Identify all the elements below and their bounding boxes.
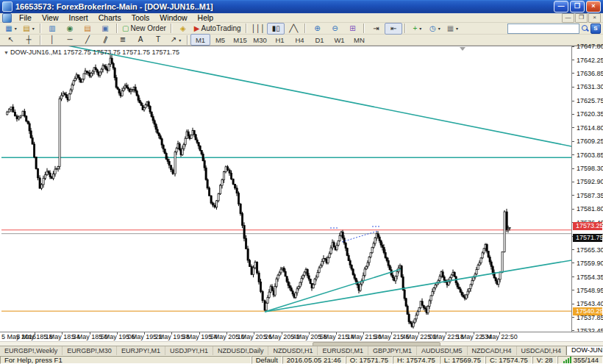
chart-window[interactable]: ▼DOW-JUN16.,M1 17572.75 17573.75 17571.7… bbox=[0, 46, 603, 332]
chart-shift-marker[interactable] bbox=[460, 47, 465, 51]
menu-window[interactable]: Window bbox=[154, 13, 192, 23]
new-chart-dropdown-icon[interactable]: ▾ bbox=[15, 26, 17, 31]
search-input[interactable] bbox=[507, 24, 579, 34]
market-watch-button[interactable]: ▥ bbox=[43, 23, 61, 35]
timeframe-d1-button[interactable]: D1 bbox=[310, 34, 329, 46]
line-chart-button[interactable]: ╱╲ bbox=[285, 23, 302, 35]
chart-tab-eurjpy-m1[interactable]: EURJPY!,M1 bbox=[117, 346, 165, 355]
zoom-in-button[interactable]: ⊕ bbox=[308, 23, 326, 35]
chart-tab-eurusd-m1[interactable]: EURUSD!,M1 bbox=[318, 346, 368, 355]
tile-windows-icon: ⊞ bbox=[349, 24, 355, 33]
metaeditor-button[interactable]: ◈ bbox=[174, 23, 192, 35]
chart-tab-eurgbp-m30[interactable]: EURGBP!,M30 bbox=[63, 346, 117, 355]
indicators-button[interactable]: +▾ bbox=[408, 23, 426, 35]
minimize-button[interactable]: — bbox=[554, 1, 568, 13]
chart-tab-usdjpy-h1[interactable]: USDJPY!,H1 bbox=[165, 346, 213, 355]
close-button[interactable]: × bbox=[586, 1, 601, 13]
timeframe-m15-button[interactable]: M15 bbox=[230, 34, 250, 46]
arrows-button[interactable]: ↗▾ bbox=[167, 34, 185, 46]
status-profile[interactable]: Default bbox=[251, 356, 282, 364]
trendline-button[interactable]: ╱ bbox=[79, 34, 96, 46]
text-label-button[interactable]: T bbox=[149, 34, 167, 46]
market-watch-icon: ▥ bbox=[49, 24, 55, 33]
menu-view[interactable]: View bbox=[37, 13, 64, 23]
chart-shift-button[interactable]: ⇤ bbox=[385, 23, 402, 35]
periods-dropdown-icon[interactable]: ▾ bbox=[438, 26, 440, 31]
autotrading-button[interactable]: ▶AutoTrading bbox=[192, 23, 243, 35]
timeframe-m5-button[interactable]: M5 bbox=[210, 34, 230, 46]
text-button[interactable]: A bbox=[132, 34, 149, 46]
timeframe-w1-button[interactable]: W1 bbox=[329, 34, 349, 46]
crosshair-button[interactable]: ┼ bbox=[20, 34, 38, 46]
indicators-dropdown-icon[interactable]: ▾ bbox=[419, 26, 421, 31]
restore-button[interactable]: ❐ bbox=[570, 1, 585, 13]
new-chart-button[interactable]: ▦▾ bbox=[2, 23, 20, 35]
price-axis-label: 17614.80 bbox=[577, 124, 603, 132]
price-axis-tick bbox=[572, 290, 574, 290]
chart-dropdown-icon[interactable]: ▼ bbox=[4, 50, 9, 55]
chart-tab-eurgbp-weekly[interactable]: EURGBP!,Weekly bbox=[0, 346, 63, 355]
profiles-button[interactable]: ▤▾ bbox=[20, 23, 38, 35]
timeframe-h4-button[interactable]: H4 bbox=[290, 34, 310, 46]
terminal-icon: ▣ bbox=[101, 24, 108, 33]
time-axis[interactable]: 5 May 20165 May 18:185 May 18:345 May 18… bbox=[0, 332, 603, 341]
price-axis-tick bbox=[572, 182, 574, 182]
time-axis-tick bbox=[282, 332, 282, 335]
price-axis-label: 17565.30 bbox=[577, 246, 603, 254]
templates-button[interactable]: ▦▾ bbox=[443, 23, 461, 35]
timeframe-m30-button[interactable]: M30 bbox=[250, 34, 270, 46]
chart-plot[interactable] bbox=[1, 46, 571, 332]
time-axis-tick bbox=[336, 332, 337, 335]
mdi-close-button[interactable]: × bbox=[588, 13, 601, 23]
chart-tab-audusd-m5[interactable]: AUDUSD!,M5 bbox=[417, 346, 468, 355]
periods-icon: ◷ bbox=[429, 24, 436, 33]
mdi-minimize-button[interactable]: — bbox=[562, 13, 574, 23]
price-axis[interactable]: 17647.8017642.2517636.8517631.3017625.75… bbox=[571, 46, 603, 332]
chart-tab-usdcad-h4[interactable]: USDCAD!,H4 bbox=[517, 346, 567, 355]
price-axis-label: 17592.90 bbox=[577, 178, 603, 185]
chart-tab-nzdusd-h1[interactable]: NZDUSD!,H1 bbox=[268, 346, 318, 355]
timeframe-mn-button[interactable]: MN bbox=[349, 34, 369, 46]
price-axis-label: 17625.75 bbox=[577, 97, 603, 104]
arrows-dropdown-icon[interactable]: ▾ bbox=[179, 38, 181, 43]
auto-scroll-button[interactable]: ⇥ bbox=[367, 23, 385, 35]
equidistant-channel-button[interactable]: ∥ bbox=[96, 34, 114, 46]
candlesticks-button[interactable]: ▮▯ bbox=[267, 23, 285, 35]
profiles-dropdown-icon[interactable]: ▾ bbox=[32, 26, 35, 31]
tile-windows-button[interactable]: ⊞ bbox=[343, 23, 361, 35]
chart-tab-nzdusd-daily[interactable]: NZDUSD!,Daily bbox=[213, 346, 269, 355]
autotrading-icon: ▶ bbox=[194, 24, 200, 33]
menu-help[interactable]: Help bbox=[193, 13, 219, 23]
data-window-button[interactable]: ◉ bbox=[61, 23, 79, 35]
cursor-button[interactable]: ↖ bbox=[2, 34, 20, 46]
chart-tab-nzdcad-h4[interactable]: NZDCAD!,H4 bbox=[468, 346, 517, 355]
chart-tab-gbpjpy-m1[interactable]: GBPJPY!,M1 bbox=[368, 346, 417, 355]
vertical-line-button[interactable]: │ bbox=[43, 34, 61, 46]
zoom-out-button[interactable]: ⊖ bbox=[326, 23, 343, 35]
menu-insert[interactable]: Insert bbox=[64, 13, 93, 23]
new-order-button[interactable]: ▢New Order bbox=[120, 23, 168, 35]
templates-dropdown-icon[interactable]: ▾ bbox=[456, 26, 458, 31]
community-icon[interactable]: S bbox=[590, 24, 601, 34]
navigator-button[interactable]: ▤ bbox=[79, 23, 96, 35]
toolbar-separator bbox=[363, 24, 365, 33]
periods-button[interactable]: ◷▾ bbox=[426, 23, 443, 35]
toolbar-separator bbox=[304, 24, 306, 33]
mdi-restore-button[interactable]: ❐ bbox=[575, 13, 588, 23]
menu-tools[interactable]: Tools bbox=[126, 13, 155, 23]
chart-tab-dow-jun16-m1[interactable]: DOW-JUN16.,M1 bbox=[566, 346, 603, 355]
menu-file[interactable]: File bbox=[14, 13, 37, 23]
horizontal-line-button[interactable]: ─ bbox=[61, 34, 79, 46]
timeframe-h1-button[interactable]: H1 bbox=[270, 34, 290, 46]
chart-window-icon[interactable] bbox=[2, 13, 12, 23]
bar-chart-button[interactable]: │││ bbox=[249, 23, 268, 35]
fibonacci-button[interactable]: ≣ bbox=[114, 34, 132, 46]
terminal-button[interactable]: ▣ bbox=[96, 23, 114, 35]
price-axis-tick bbox=[572, 195, 574, 196]
price-axis-tick bbox=[572, 168, 574, 169]
menu-charts[interactable]: Charts bbox=[93, 13, 126, 23]
timeframe-m1-button[interactable]: M1 bbox=[190, 34, 210, 46]
text-icon: A bbox=[138, 35, 143, 44]
search-icon[interactable] bbox=[581, 24, 589, 32]
toolbar-separator bbox=[40, 24, 41, 33]
